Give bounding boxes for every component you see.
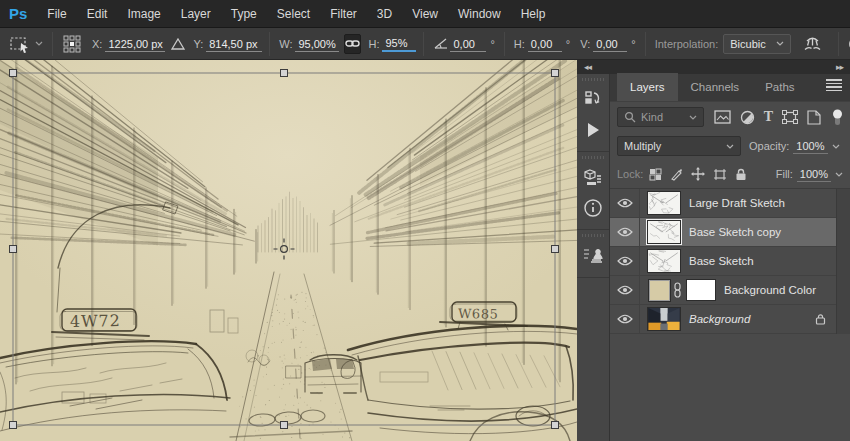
filter-type-layers-icon[interactable]: T <box>764 109 773 125</box>
visibility-eye-icon[interactable] <box>610 247 640 276</box>
menu-view[interactable]: View <box>402 0 448 28</box>
tab-paths[interactable]: Paths <box>752 73 807 101</box>
history-panel-icon[interactable] <box>580 87 606 113</box>
menu-3d[interactable]: 3D <box>367 0 402 28</box>
layer-row-base-sketch[interactable]: Base Sketch <box>610 247 836 276</box>
clone-source-panel-icon[interactable] <box>580 243 606 269</box>
layer-thumbnail[interactable] <box>647 249 681 273</box>
group-gripper[interactable] <box>582 156 604 159</box>
fill-value[interactable]: 100% <box>797 167 831 182</box>
fill-color-swatch[interactable] <box>649 280 670 301</box>
warp-mode-icon[interactable] <box>803 36 822 52</box>
filtering-toggle-switch[interactable] <box>832 109 843 126</box>
blend-mode-value: Multiply <box>624 140 661 152</box>
expand-panels-icon[interactable]: ◂◂ <box>584 62 591 72</box>
y-label: Y: <box>193 38 203 50</box>
layer-row-large-draft-sketch[interactable]: Large Draft Sketch <box>610 189 836 218</box>
layer-row-background[interactable]: Background <box>610 305 836 334</box>
menu-file[interactable]: File <box>37 0 76 28</box>
opacity-chevron-icon[interactable] <box>832 144 840 149</box>
panel-menu-icon[interactable] <box>826 77 842 93</box>
height-field[interactable]: 95% <box>382 35 416 52</box>
visibility-eye-icon[interactable] <box>610 305 640 334</box>
opacity-value[interactable]: 100% <box>793 139 827 154</box>
y-position-field[interactable]: 814,50 px <box>206 36 262 52</box>
transform-tool-icon <box>9 35 31 53</box>
group-gripper[interactable] <box>582 234 604 237</box>
filter-pixel-layers-icon[interactable] <box>714 110 731 124</box>
menu-window[interactable]: Window <box>448 0 511 28</box>
v-skew-field[interactable]: 0,00 <box>593 36 627 52</box>
fill-label: Fill: <box>776 168 793 180</box>
transform-handle-bottom-right[interactable] <box>552 422 559 429</box>
document-canvas[interactable]: 4W72 W685 <box>0 60 577 441</box>
layer-thumbnail[interactable] <box>647 191 681 215</box>
menu-help[interactable]: Help <box>511 0 556 28</box>
filter-kind-select[interactable]: Kind <box>617 107 704 127</box>
interpolation-select[interactable]: Bicubic <box>723 34 790 54</box>
blend-mode-select[interactable]: Multiply <box>617 136 741 156</box>
visibility-eye-icon[interactable] <box>610 276 640 305</box>
layer-name: Background <box>689 313 750 325</box>
layers-panel: Layers Channels Paths Kind <box>610 74 850 441</box>
transform-handle-bottom-left[interactable] <box>10 422 17 429</box>
menu-layer[interactable]: Layer <box>171 0 221 28</box>
strip-group-3 <box>577 230 609 278</box>
lock-all-icon[interactable] <box>735 168 747 181</box>
layer-thumbnail-photo[interactable] <box>647 307 681 331</box>
layer-row-base-sketch-copy[interactable]: Base Sketch copy <box>610 218 836 247</box>
visibility-eye-icon[interactable] <box>610 218 640 247</box>
photoshop-window: Ps File Edit Image Layer Type Select Fil… <box>0 0 850 441</box>
lock-image-pixels-icon[interactable] <box>670 168 683 181</box>
actions-panel-icon[interactable] <box>580 117 606 143</box>
dock-collapse-bar: ◂◂ ▸▸ <box>577 60 850 74</box>
x-position-field[interactable]: 1225,00 px <box>105 36 165 52</box>
transform-handle-top-center[interactable] <box>281 70 288 77</box>
chevron-down-icon <box>689 115 697 120</box>
strip-group-1 <box>577 74 609 152</box>
lock-transparency-icon[interactable] <box>649 168 662 181</box>
fill-chevron-icon[interactable] <box>835 172 843 177</box>
background-lock-icon[interactable] <box>815 313 826 325</box>
reference-point-locator[interactable] <box>62 34 82 54</box>
tab-layers[interactable]: Layers <box>617 73 678 101</box>
menu-image[interactable]: Image <box>117 0 170 28</box>
menu-filter[interactable]: Filter <box>320 0 367 28</box>
transform-handle-top-left[interactable] <box>10 70 17 77</box>
filter-kind-value: Kind <box>641 111 663 123</box>
rotation-field[interactable]: 0,00 <box>450 36 486 52</box>
transform-handle-mid-right[interactable] <box>552 246 559 253</box>
degree-symbol: ° <box>566 38 570 50</box>
group-gripper[interactable] <box>582 78 604 81</box>
lock-position-icon[interactable] <box>691 167 705 181</box>
collapse-panels-icon[interactable]: ▸▸ <box>836 62 843 72</box>
transform-handle-mid-left[interactable] <box>10 246 17 253</box>
filter-smart-objects-icon[interactable] <box>807 110 821 125</box>
filter-adjustment-layers-icon[interactable] <box>740 110 755 125</box>
h-skew-field[interactable]: 0,00 <box>528 36 562 52</box>
properties-3d-panel-icon[interactable] <box>580 165 606 191</box>
lock-artboard-icon[interactable] <box>713 168 727 181</box>
transform-handle-bottom-center[interactable] <box>281 422 288 429</box>
visibility-eye-icon[interactable] <box>610 189 640 218</box>
menu-type[interactable]: Type <box>221 0 267 28</box>
layer-mask-link-icon[interactable] <box>673 282 682 298</box>
layer-mask-thumbnail[interactable] <box>686 279 716 301</box>
menu-edit[interactable]: Edit <box>77 0 118 28</box>
strip-group-2 <box>577 152 609 230</box>
layers-scroll-gutter[interactable] <box>836 189 850 334</box>
tab-channels[interactable]: Channels <box>678 73 753 101</box>
tool-preset-chevron-icon[interactable] <box>35 41 43 46</box>
relative-positioning-delta-icon[interactable] <box>171 38 185 50</box>
maintain-aspect-ratio-link-icon[interactable] <box>344 34 361 54</box>
layer-filter-row: Kind T <box>610 102 850 132</box>
layer-row-background-color[interactable]: Background Color <box>610 276 836 305</box>
menu-select[interactable]: Select <box>267 0 320 28</box>
layer-name: Background Color <box>724 284 816 296</box>
transform-handle-top-right[interactable] <box>552 70 559 77</box>
layer-thumbnail[interactable] <box>647 220 681 244</box>
filter-shape-layers-icon[interactable] <box>782 110 798 124</box>
search-icon <box>624 111 636 123</box>
info-panel-icon[interactable] <box>580 195 606 221</box>
width-field[interactable]: 95,00% <box>295 36 339 52</box>
